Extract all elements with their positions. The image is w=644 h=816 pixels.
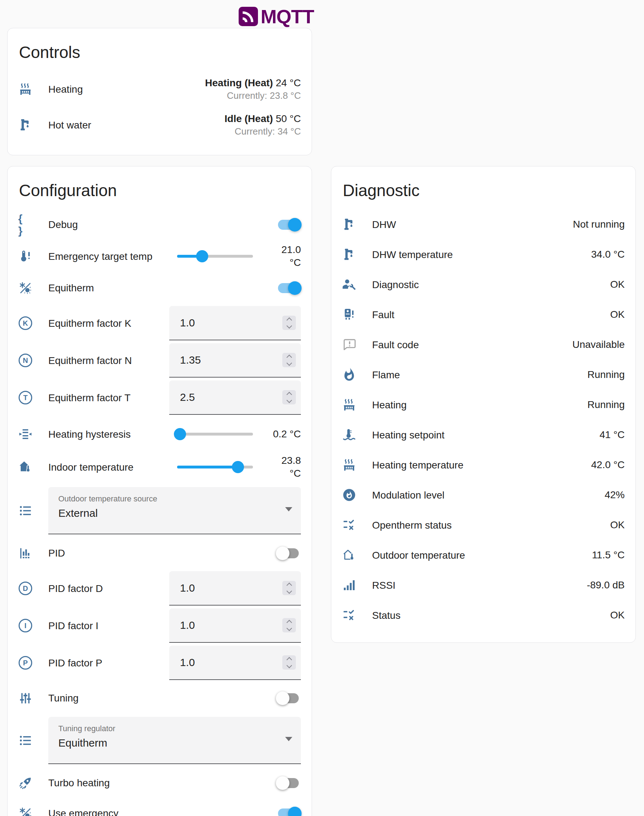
water-pump-icon <box>18 118 32 132</box>
dropdown-caret-icon <box>285 507 292 511</box>
config-row-pid-factor-i: I PID factor I 1.0 <box>18 609 301 643</box>
thermometer-alert-icon <box>18 249 32 264</box>
equitherm-factor-t-input[interactable]: 2.5 <box>169 380 301 415</box>
control-row-hot-water[interactable]: Hot water Idle (Heat) 50 °C Currently: 3… <box>18 107 301 143</box>
list-bulleted-icon <box>18 733 32 748</box>
equitherm-factor-n-stepper[interactable] <box>282 353 296 367</box>
stepper-down-icon <box>286 323 292 328</box>
control-current-heating: Currently: 23.8 °C <box>227 90 301 101</box>
diag-row-flame[interactable]: Flame Running <box>342 360 625 390</box>
controls-card: Controls Heating Heating (Heat) 24 °C Cu… <box>7 28 312 155</box>
stepper-down-icon <box>286 625 292 631</box>
heating-hysteresis-slider[interactable] <box>177 427 253 441</box>
pid-toggle[interactable] <box>277 546 301 560</box>
account-wrench-icon <box>342 278 356 292</box>
diag-row-rssi[interactable]: RSSI -89.0 dB <box>342 570 625 600</box>
pid-factor-p-input[interactable]: 1.0 <box>169 646 301 680</box>
tuning-regulator-select[interactable]: Tuning regulator Equitherm <box>48 717 301 764</box>
thermometer-water-icon <box>342 428 356 442</box>
diag-value: 11.5 °C <box>592 549 625 561</box>
use-emergency-toggle[interactable] <box>277 806 301 816</box>
stepper-up-icon <box>286 582 292 588</box>
pid-factor-p-stepper[interactable] <box>282 655 296 670</box>
diag-row-status[interactable]: Status OK <box>342 600 625 630</box>
diag-row-diagnostic[interactable]: Diagnostic OK <box>342 270 625 299</box>
tune-vertical-icon <box>18 691 32 706</box>
equitherm-factor-k-input[interactable]: 1.0 <box>169 306 301 341</box>
config-row-debug: { } Debug <box>18 209 301 240</box>
config-row-pid-factor-p: P PID factor P 1.0 <box>18 646 301 680</box>
equitherm-toggle[interactable] <box>277 281 301 295</box>
config-row-equitherm-factor-k: K Equitherm factor K 1.0 <box>18 306 301 341</box>
config-row-tuning-regulator: Tuning regulator Equitherm <box>18 717 301 764</box>
equitherm-factor-k-stepper[interactable] <box>282 316 296 330</box>
stepper-down-icon <box>286 360 292 366</box>
debug-toggle[interactable] <box>277 218 301 232</box>
sun-snowflake-icon <box>18 281 32 295</box>
diag-value: OK <box>610 519 625 531</box>
outdoor-temperature-source-select[interactable]: Outdoor temperature source External <box>48 487 301 534</box>
control-row-heating[interactable]: Heating Heating (Heat) 24 °C Currently: … <box>18 71 301 107</box>
config-row-equitherm-factor-n: N Equitherm factor N 1.35 <box>18 343 301 377</box>
radiator-icon <box>18 82 32 96</box>
config-row-heating-hysteresis: Heating hysteresis 0.2 °C <box>18 418 301 451</box>
emergency-target-temp-slider[interactable] <box>177 249 253 264</box>
diag-value: OK <box>610 279 625 290</box>
diag-value: 34.0 °C <box>591 249 625 260</box>
stepper-up-icon <box>286 317 292 323</box>
stepper-down-icon <box>286 397 292 403</box>
diag-row-modulation-level[interactable]: Modulation level 42% <box>342 480 625 510</box>
list-bulleted-icon <box>18 503 32 518</box>
alpha-t-circle-icon: T <box>18 390 32 405</box>
pid-factor-d-input[interactable]: 1.0 <box>169 571 301 606</box>
config-row-pid: PID <box>18 538 301 568</box>
stepper-down-icon <box>286 663 292 668</box>
home-thermometer-out-icon <box>342 548 356 562</box>
diag-row-heating[interactable]: Heating Running <box>342 390 625 420</box>
radiator-icon <box>342 397 356 412</box>
stepper-up-icon <box>286 657 292 663</box>
mqtt-logo-text: MQTT <box>261 5 314 28</box>
diag-row-heating-temperature[interactable]: Heating temperature 42.0 °C <box>342 450 625 480</box>
heating-hysteresis-value: 0.2 °C <box>261 428 301 440</box>
sun-snowflake-icon <box>18 806 32 816</box>
diag-value: Not running <box>573 219 625 230</box>
diag-value: -89.0 dB <box>587 580 625 591</box>
diag-row-dhw[interactable]: DHW Not running <box>342 209 625 239</box>
diagnostic-card-title: Diagnostic <box>343 181 624 200</box>
diag-row-fault[interactable]: Fault OK <box>342 299 625 330</box>
tuning-toggle[interactable] <box>277 691 301 706</box>
fire-circle-icon <box>342 488 356 502</box>
diag-value: 42.0 °C <box>591 459 625 471</box>
code-braces-icon: { } <box>18 218 32 232</box>
diag-value: 42% <box>605 489 625 501</box>
alpha-d-circle-icon: D <box>18 581 32 595</box>
radiator-icon <box>342 458 356 472</box>
diag-row-outdoor-temperature[interactable]: Outdoor temperature 11.5 °C <box>342 540 625 570</box>
pid-factor-d-stepper[interactable] <box>282 581 296 595</box>
diagnostic-card: Diagnostic DHW Not running DHW temperatu… <box>331 166 636 643</box>
config-row-tuning: Tuning <box>18 683 301 713</box>
indoor-temperature-slider[interactable] <box>177 460 253 474</box>
diag-row-opentherm-status[interactable]: Opentherm status OK <box>342 510 625 540</box>
pid-factor-i-stepper[interactable] <box>282 618 296 632</box>
diag-row-dhw-temperature[interactable]: DHW temperature 34.0 °C <box>342 239 625 270</box>
pid-factor-i-input[interactable]: 1.0 <box>169 609 301 643</box>
equitherm-factor-t-stepper[interactable] <box>282 390 296 405</box>
equitherm-factor-n-input[interactable]: 1.35 <box>169 343 301 377</box>
config-row-use-emergency: Use emergency <box>18 798 301 816</box>
mqtt-logo-icon <box>239 7 258 26</box>
diag-value: Running <box>587 369 625 380</box>
control-label-heating: Heating <box>48 83 205 95</box>
control-label-hot-water: Hot water <box>48 119 225 131</box>
list-status-icon <box>342 518 356 532</box>
config-row-equitherm: Equitherm <box>18 273 301 303</box>
device-page: Controls Heating Heating (Heat) 24 °C Cu… <box>0 28 644 816</box>
chart-bar-icon <box>18 546 32 560</box>
diag-row-fault-code[interactable]: Fault code Unavailable <box>342 330 625 360</box>
diag-row-heating-setpoint[interactable]: Heating setpoint 41 °C <box>342 420 625 450</box>
turbo-heating-toggle[interactable] <box>277 776 301 790</box>
config-row-pid-factor-d: D PID factor D 1.0 <box>18 571 301 606</box>
alpha-i-circle-icon: I <box>18 618 32 633</box>
emergency-target-temp-value: 21.0°C <box>261 243 301 270</box>
